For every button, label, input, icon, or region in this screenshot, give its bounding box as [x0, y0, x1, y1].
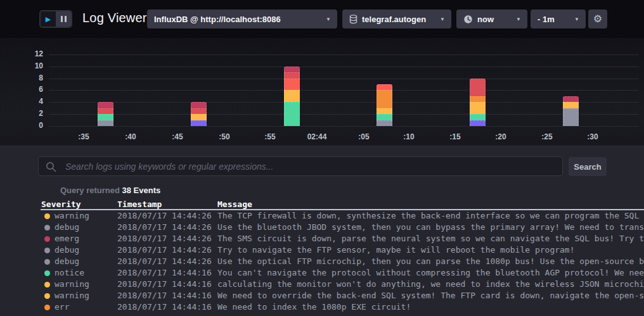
x-axis-label: :15 — [433, 132, 477, 141]
severity-dot-icon — [44, 270, 50, 276]
x-axis-label: :10 — [387, 132, 431, 141]
search-input[interactable] — [38, 156, 563, 176]
column-header-timestamp: Timestamp — [117, 199, 217, 209]
histogram-segment-warning — [377, 108, 392, 114]
severity-dot-icon — [44, 213, 50, 219]
histogram-segment-emerg — [98, 102, 113, 108]
search-button[interactable]: Search — [569, 157, 607, 176]
histogram-bar[interactable] — [284, 66, 300, 126]
page-title: Log Viewer — [82, 11, 147, 25]
y-axis-label: 4 — [18, 97, 43, 106]
severity-cell: warning — [41, 290, 117, 301]
query-result-summary: Query returned 38 Events — [60, 186, 160, 195]
log-table-body: warning2018/07/17 14:44:26The TCP firewa… — [41, 210, 644, 313]
histogram-segment-alert — [191, 108, 207, 114]
severity-label: debug — [55, 222, 79, 233]
x-axis-label: :40 — [108, 132, 153, 141]
histogram-segment-emerg — [191, 102, 207, 108]
column-header-severity: Severity — [41, 199, 117, 209]
timestamp-cell: 2018/07/17 14:44:16 — [117, 279, 217, 290]
table-row[interactable]: warning2018/07/17 14:44:26The TCP firewa… — [41, 210, 644, 222]
histogram-bar[interactable] — [191, 102, 207, 126]
table-row[interactable]: warning2018/07/17 14:44:16We need to ove… — [41, 290, 644, 301]
severity-dot-icon — [44, 225, 50, 231]
severity-dot-icon — [44, 282, 50, 288]
namespace-dropdown-label: telegraf.autogen — [362, 15, 426, 24]
histogram-segment-alert — [98, 108, 113, 114]
histogram-segment-warning — [191, 114, 207, 120]
severity-cell: notice — [41, 267, 117, 279]
message-cell: The SMS circuit is down, parse the neura… — [217, 233, 644, 244]
severity-label: err — [55, 301, 69, 313]
table-row[interactable]: debug2018/07/17 14:44:26Use the optical … — [41, 256, 644, 267]
histogram-segment-err — [470, 96, 486, 102]
header-bar: ▶ Log Viewer InfluxDB @ http://localhost… — [0, 0, 644, 38]
table-row[interactable]: debug2018/07/17 14:44:26Use the bluetoot… — [41, 222, 644, 233]
table-row[interactable]: err2018/07/17 14:44:16We need to index t… — [41, 301, 644, 313]
severity-label: notice — [55, 267, 84, 279]
severity-dot-icon — [44, 259, 50, 265]
y-axis-label: 6 — [18, 85, 43, 94]
chevron-down-icon: ▼ — [516, 16, 521, 22]
play-button[interactable]: ▶ — [41, 11, 56, 27]
table-row[interactable]: debug2018/07/17 14:44:26Try to navigate … — [41, 244, 644, 256]
histogram-section: 024681012:35:40:45:50:5502:44:05:10:15:2… — [0, 38, 644, 146]
gridline — [49, 126, 639, 127]
chevron-down-icon: ▼ — [574, 16, 579, 22]
pause-icon — [61, 16, 63, 22]
histogram-bar[interactable] — [377, 84, 392, 126]
severity-label: warning — [55, 290, 89, 301]
pause-button[interactable] — [56, 11, 71, 27]
message-cell: We need to index the 1080p EXE circuit! — [217, 301, 644, 313]
severity-cell: emerg — [41, 233, 117, 244]
timestamp-cell: 2018/07/17 14:44:26 — [117, 256, 217, 267]
histogram-segment-notice — [377, 114, 392, 120]
x-axis-label: :20 — [479, 132, 523, 141]
log-table: Severity Timestamp Message warning2018/0… — [41, 199, 644, 313]
time-dropdown[interactable]: now ▼ — [456, 9, 527, 28]
histogram-segment-notice — [284, 102, 300, 126]
log-table-header: Severity Timestamp Message — [41, 199, 644, 210]
histogram-bar[interactable] — [98, 102, 113, 126]
source-dropdown[interactable]: InfluxDB @ http://localhost:8086 ▼ — [147, 9, 337, 28]
severity-dot-icon — [44, 248, 50, 253]
gridline — [49, 114, 639, 115]
x-axis-label: :55 — [248, 132, 292, 141]
severity-cell: debug — [41, 244, 117, 256]
gridline — [49, 79, 639, 79]
time-dropdown-label: now — [477, 15, 494, 24]
gear-icon: ⚙ — [593, 13, 602, 24]
histogram: 024681012:35:40:45:50:5502:44:05:10:15:2… — [0, 38, 644, 146]
playback-toggle: ▶ — [39, 10, 72, 28]
severity-dot-icon — [44, 293, 50, 299]
histogram-segment-crit — [377, 84, 392, 90]
table-row[interactable]: warning2018/07/17 14:44:16calculating th… — [41, 279, 644, 290]
histogram-segment-info — [191, 120, 207, 126]
histogram-segment-err — [377, 90, 392, 108]
gridline — [49, 90, 639, 91]
timestamp-cell: 2018/07/17 14:44:16 — [117, 290, 217, 301]
timestamp-cell: 2018/07/17 14:44:26 — [117, 233, 217, 244]
gridline — [49, 66, 639, 67]
table-row[interactable]: notice2018/07/17 14:44:16You can't navig… — [41, 267, 644, 279]
histogram-bar[interactable] — [470, 79, 486, 126]
histogram-segment-alert — [284, 72, 300, 78]
settings-button[interactable]: ⚙ — [588, 9, 607, 28]
x-axis-label: :30 — [570, 132, 615, 141]
timestamp-cell: 2018/07/17 14:44:16 — [117, 301, 217, 313]
namespace-dropdown[interactable]: telegraf.autogen ▼ — [342, 9, 451, 28]
table-row[interactable]: emerg2018/07/17 14:44:26The SMS circuit … — [41, 233, 644, 244]
y-axis-label: 0 — [18, 121, 43, 130]
severity-cell: warning — [41, 279, 117, 290]
timestamp-cell: 2018/07/17 14:44:16 — [117, 267, 217, 279]
range-dropdown[interactable]: - 1m ▼ — [531, 9, 586, 28]
message-cell: We need to override the back-end SQL sys… — [217, 290, 644, 301]
gridline — [49, 102, 639, 103]
chevron-down-icon: ▼ — [326, 16, 331, 22]
histogram-bar[interactable] — [563, 96, 579, 126]
x-axis-label: :25 — [525, 132, 569, 141]
histogram-segment-debug — [563, 108, 579, 126]
source-dropdown-label: InfluxDB @ http://localhost:8086 — [154, 15, 281, 24]
y-axis-label: 10 — [18, 61, 43, 70]
histogram-segment-alert — [470, 79, 486, 96]
